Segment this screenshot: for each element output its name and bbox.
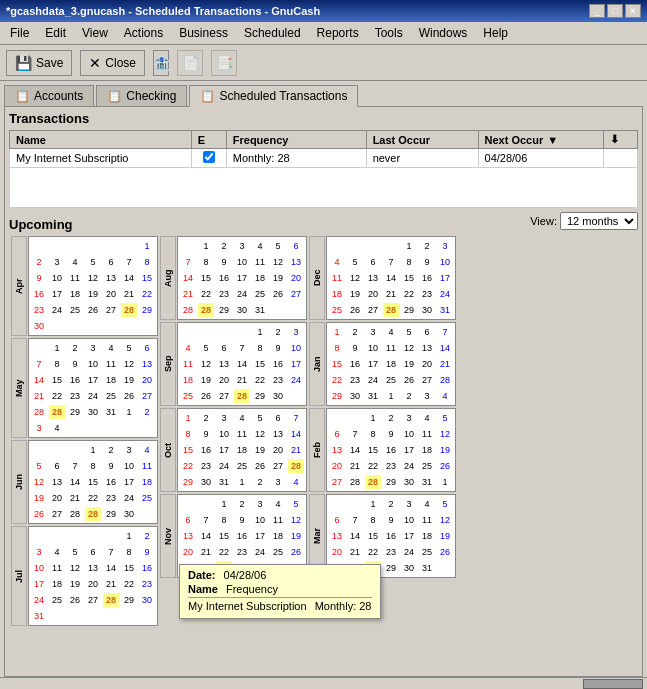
menu-help[interactable]: Help bbox=[477, 24, 514, 42]
menu-view[interactable]: View bbox=[76, 24, 114, 42]
col-actions-icon: ⬇ bbox=[604, 131, 638, 149]
close-window-button[interactable]: ✕ bbox=[625, 4, 641, 18]
tab-checking[interactable]: 📋 Checking bbox=[96, 85, 187, 106]
tab-bar: 📋 Accounts 📋 Checking 📋 Scheduled Transa… bbox=[0, 81, 647, 106]
close-button[interactable]: ✕ Close bbox=[80, 50, 145, 76]
toolbar: 💾 Save ✕ Close 🏦 📄 📑 bbox=[0, 45, 647, 81]
date-popup: Date: 04/28/06 Name Frequency My Interne… bbox=[179, 564, 381, 619]
download-icon: ⬇ bbox=[610, 133, 619, 145]
view-select[interactable]: 12 months 6 months 3 months bbox=[560, 212, 638, 230]
jun-calendar: 1234 567891011 12131415161718 1920212223… bbox=[28, 440, 158, 524]
sep-section: Sep 123 45678910 11121314151617 18192021… bbox=[160, 322, 307, 406]
scheduled-tab-icon: 📋 bbox=[200, 89, 215, 103]
calendars-layout: Apr 1 2345678 9101112131415 161718192021… bbox=[9, 234, 638, 628]
main-content: Transactions Name E Frequency Last Occur… bbox=[4, 106, 643, 677]
row-last-occur: never bbox=[366, 149, 478, 168]
jun-section: Jun 1234 567891011 12131415161718 192021… bbox=[11, 440, 158, 524]
checking-tab-icon: 📋 bbox=[107, 89, 122, 103]
col-enabled[interactable]: E bbox=[191, 131, 226, 149]
aug-section: Aug 123456 78910111213 14151617181920 21… bbox=[160, 236, 307, 320]
menu-business[interactable]: Business bbox=[173, 24, 234, 42]
row-enabled[interactable] bbox=[191, 149, 226, 168]
col1-months: Apr 1 2345678 9101112131415 161718192021… bbox=[11, 236, 158, 626]
feb-label: Feb bbox=[309, 408, 325, 492]
col-name[interactable]: Name bbox=[10, 131, 192, 149]
nov-label: Nov bbox=[160, 494, 176, 578]
popup-name-value: My Internet Subscription bbox=[188, 600, 307, 612]
scrollbar-thumb[interactable] bbox=[583, 679, 643, 689]
sep-label: Sep bbox=[160, 322, 176, 406]
may-calendar: 123456 78910111213 14151617181920 212223… bbox=[28, 338, 158, 438]
menu-bar: File Edit View Actions Business Schedule… bbox=[0, 22, 647, 45]
popup-freq-value: Monthly: 28 bbox=[315, 600, 372, 612]
feb-section: Feb 12345 6789101112 13141516171819 2021… bbox=[309, 408, 456, 492]
may-section: May 123456 78910111213 14151617181920 21… bbox=[11, 338, 158, 438]
table-empty-row bbox=[10, 168, 638, 208]
jul-section: Jul 12 3456789 10111213141516 1718192021… bbox=[11, 526, 158, 626]
col-last-occur[interactable]: Last Occur bbox=[366, 131, 478, 149]
col-next-occur[interactable]: Next Occur ▼ bbox=[478, 131, 604, 149]
enabled-checkbox[interactable] bbox=[203, 151, 215, 163]
view-label: View: bbox=[530, 215, 557, 227]
accounts-tab-label: Accounts bbox=[34, 89, 83, 103]
close-icon: ✕ bbox=[89, 55, 101, 71]
apr-calendar: 1 2345678 9101112131415 16171819202122 2… bbox=[28, 236, 158, 336]
dec-calendar: 123 45678910 11121314151617 181920212223… bbox=[326, 236, 456, 320]
dec-label: Dec bbox=[309, 236, 325, 320]
tab-scheduled-transactions[interactable]: 📋 Scheduled Transactions bbox=[189, 85, 358, 107]
scheduled-tab-label: Scheduled Transactions bbox=[219, 89, 347, 103]
maximize-button[interactable]: □ bbox=[607, 4, 623, 18]
menu-actions[interactable]: Actions bbox=[118, 24, 169, 42]
row-name: My Internet Subscriptio bbox=[10, 149, 192, 168]
jul-calendar: 12 3456789 10111213141516 17181920212223… bbox=[28, 526, 158, 626]
col1-group: Apr 1 2345678 9101112131415 161718192021… bbox=[11, 236, 158, 626]
apr-label: Apr bbox=[11, 236, 27, 336]
popup-freq-header: Frequency bbox=[226, 583, 278, 595]
upcoming-title: Upcoming bbox=[9, 217, 73, 232]
title-bar: *gcashdata_3.gnucash - Scheduled Transac… bbox=[0, 0, 647, 22]
window-title: *gcashdata_3.gnucash - Scheduled Transac… bbox=[6, 5, 320, 17]
view-control: View: 12 months 6 months 3 months bbox=[530, 212, 638, 230]
may-label: May bbox=[11, 338, 27, 438]
transactions-table: Name E Frequency Last Occur Next Occur ▼… bbox=[9, 130, 638, 208]
jan-section: Jan 1234567 891011121314 15161718192021 … bbox=[309, 322, 456, 406]
table-row: My Internet Subscriptio Monthly: 28 neve… bbox=[10, 149, 638, 168]
menu-edit[interactable]: Edit bbox=[39, 24, 72, 42]
feb-calendar: 12345 6789101112 13141516171819 20212223… bbox=[326, 408, 456, 492]
menu-file[interactable]: File bbox=[4, 24, 35, 42]
save-button[interactable]: 💾 Save bbox=[6, 50, 72, 76]
oct-label: Oct bbox=[160, 408, 176, 492]
popup-name-header: Name bbox=[188, 583, 218, 595]
aug-label: Aug bbox=[160, 236, 176, 320]
scrollbar-area bbox=[0, 677, 647, 689]
menu-scheduled[interactable]: Scheduled bbox=[238, 24, 307, 42]
jan-label: Jan bbox=[309, 322, 325, 406]
dec-section: Dec 123 45678910 11121314151617 18192021… bbox=[309, 236, 456, 320]
oct-section: Oct 1234567 891011121314 15161718192021 … bbox=[160, 408, 307, 492]
menu-reports[interactable]: Reports bbox=[311, 24, 365, 42]
menu-windows[interactable]: Windows bbox=[413, 24, 474, 42]
tab-accounts[interactable]: 📋 Accounts bbox=[4, 85, 94, 106]
apr-section: Apr 1 2345678 9101112131415 161718192021… bbox=[11, 236, 158, 336]
row-frequency: Monthly: 28 bbox=[226, 149, 366, 168]
popup-date-label: Date: bbox=[188, 569, 216, 581]
sort-desc-icon: ▼ bbox=[547, 134, 558, 146]
row-extra bbox=[604, 149, 638, 168]
sep-calendar: 123 45678910 11121314151617 181920212223… bbox=[177, 322, 307, 406]
menu-tools[interactable]: Tools bbox=[369, 24, 409, 42]
toolbar-icon-2: 📄 bbox=[177, 50, 203, 76]
toolbar-icon-3: 📑 bbox=[211, 50, 237, 76]
transactions-title: Transactions bbox=[9, 111, 638, 126]
jan-calendar: 1234567 891011121314 15161718192021 2223… bbox=[326, 322, 456, 406]
aug-calendar: 123456 78910111213 14151617181920 212223… bbox=[177, 236, 307, 320]
save-icon: 💾 bbox=[15, 55, 32, 71]
toolbar-icon-1: 🏦 bbox=[153, 50, 169, 76]
oct-calendar: 1234567 891011121314 15161718192021 2223… bbox=[177, 408, 307, 492]
jun-label: Jun bbox=[11, 440, 27, 524]
window-controls: _ □ ✕ bbox=[589, 4, 641, 18]
col-frequency[interactable]: Frequency bbox=[226, 131, 366, 149]
jul-label: Jul bbox=[11, 526, 27, 626]
accounts-tab-icon: 📋 bbox=[15, 89, 30, 103]
checking-tab-label: Checking bbox=[126, 89, 176, 103]
minimize-button[interactable]: _ bbox=[589, 4, 605, 18]
